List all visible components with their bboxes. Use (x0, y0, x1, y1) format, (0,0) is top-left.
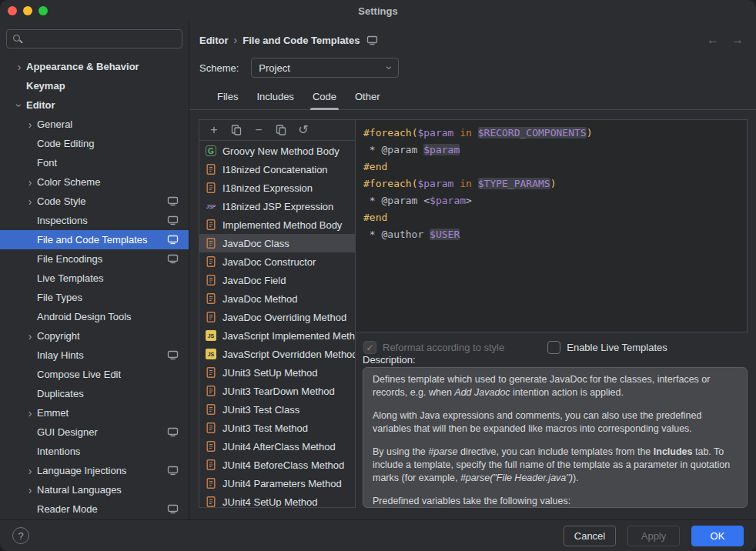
chevron-down-icon[interactable]: › (13, 99, 25, 112)
template-item-i18nized-expression[interactable]: I18nized Expression (199, 179, 355, 197)
sidebar-item-language-injections[interactable]: ›Language Injections (0, 461, 189, 480)
template-item-junit3-test-class[interactable]: JUnit3 Test Class (199, 400, 355, 419)
sidebar-item-label: Code Style (37, 195, 86, 207)
template-icon (205, 274, 217, 286)
template-item-javadoc-class[interactable]: JavaDoc Class (199, 234, 355, 252)
project-settings-icon (167, 504, 179, 514)
ok-button[interactable]: OK (691, 526, 744, 546)
template-item-label: JavaScript Overridden Method (222, 349, 355, 360)
sidebar-item-label: File and Code Templates (37, 234, 148, 245)
chevron-right-icon[interactable]: › (23, 484, 37, 496)
template-icon (205, 182, 217, 194)
template-item-i18nized-concatenation[interactable]: I18nized Concatenation (199, 160, 355, 179)
chevron-right-icon[interactable]: › (23, 176, 37, 189)
sidebar-item-copyright[interactable]: ›Copyright (0, 326, 189, 346)
template-icon (205, 237, 217, 249)
sidebar-item-inlay-hints[interactable]: Inlay Hints (0, 346, 189, 365)
sidebar-item-label: Reader Mode (37, 503, 98, 515)
sidebar-item-gui-designer[interactable]: GUI Designer (0, 422, 189, 442)
template-item-junit4-beforeclass-method[interactable]: JUnit4 BeforeClass Method (199, 456, 355, 474)
chevron-right-icon[interactable]: › (23, 119, 37, 131)
sidebar-item-duplicates[interactable]: Duplicates (0, 384, 189, 403)
template-item-junit4-afterclass-method[interactable]: JUnit4 AfterClass Method (199, 437, 355, 456)
chevron-right-icon[interactable]: › (23, 195, 37, 208)
template-item-javadoc-method[interactable]: JavaDoc Method (199, 289, 355, 308)
sidebar-item-reader-mode[interactable]: Reader Mode (0, 499, 189, 519)
sidebar-item-appearance-behavior[interactable]: ›Appearance & Behavior (0, 57, 189, 76)
tab-other[interactable]: Other (346, 88, 390, 109)
template-item-groovy-new-method-body[interactable]: GGroovy New Method Body (199, 142, 355, 160)
sidebar-item-emmet[interactable]: ›Emmet (0, 403, 189, 422)
template-item-javascript-overridden-method[interactable]: JSJavaScript Overridden Method (199, 345, 355, 363)
templates-content: +−↺ GGroovy New Method BodyI18nized Conc… (199, 119, 748, 508)
template-item-javadoc-field[interactable]: JavaDoc Field (199, 271, 355, 289)
template-item-javascript-implemented-method[interactable]: JSJavaScript Implemented Method (199, 326, 355, 345)
sidebar-item-code-editing[interactable]: Code Editing (0, 134, 189, 153)
template-item-label: JUnit4 Parameters Method (222, 478, 342, 489)
template-item-label: JavaDoc Field (222, 275, 286, 286)
sidebar-item-label: Android Design Tools (37, 311, 132, 322)
apply-button[interactable]: Apply (627, 526, 680, 546)
copy-icon[interactable] (230, 124, 243, 136)
chevron-right-icon[interactable]: › (23, 407, 37, 419)
sidebar-item-natural-languages[interactable]: ›Natural Languages (0, 480, 189, 499)
tab-files[interactable]: Files (208, 88, 247, 109)
template-icon (205, 440, 217, 452)
sidebar-item-file-types[interactable]: File Types (0, 288, 189, 307)
sidebar-item-general[interactable]: ›General (0, 115, 189, 134)
sidebar-item-label: General (37, 119, 72, 130)
sidebar-item-label: Intentions (37, 446, 80, 457)
sidebar-item-compose-live-edit[interactable]: Compose Live Edit (0, 365, 189, 384)
sidebar-item-intentions[interactable]: Intentions (0, 442, 189, 461)
scheme-row: Scheme: Project › (199, 58, 399, 78)
cancel-button[interactable]: Cancel (564, 526, 616, 546)
template-item-junit4-setup-method[interactable]: JUnit4 SetUp Method (199, 493, 355, 507)
remove-icon[interactable]: − (253, 124, 265, 136)
titlebar: Settings (0, 0, 756, 22)
sidebar-item-label: Inlay Hints (37, 349, 84, 361)
sidebar-item-editor[interactable]: ›Editor (0, 95, 189, 115)
breadcrumb-editor[interactable]: Editor (199, 35, 229, 46)
forward-button[interactable]: → (731, 33, 744, 47)
template-item-label: JavaDoc Constructor (222, 256, 316, 268)
back-button[interactable]: ← (707, 33, 719, 47)
code-line: * @param $param (363, 142, 739, 159)
chevron-right-icon[interactable]: › (23, 330, 37, 342)
help-button[interactable]: ? (12, 527, 29, 544)
enable-live-templates-checkbox[interactable]: Enable Live Templates (547, 341, 667, 354)
sidebar-item-file-encodings[interactable]: File Encodings (0, 249, 189, 269)
template-item-junit3-teardown-method[interactable]: JUnit3 TearDown Method (199, 382, 355, 400)
sidebar-item-live-templates[interactable]: Live Templates (0, 269, 189, 288)
sidebar-item-android-design-tools[interactable]: Android Design Tools (0, 307, 189, 326)
template-item-junit3-setup-method[interactable]: JUnit3 SetUp Method (199, 363, 355, 382)
dialog-footer: ? Cancel Apply OK (0, 519, 756, 551)
add-icon[interactable]: + (208, 124, 220, 136)
sidebar-item-color-scheme[interactable]: ›Color Scheme (0, 172, 189, 192)
template-icon (205, 496, 217, 507)
search-input[interactable] (28, 33, 176, 45)
template-item-javadoc-overriding-method[interactable]: JavaDoc Overriding Method (199, 308, 355, 326)
tab-includes[interactable]: Includes (247, 88, 303, 109)
reformat-checkbox[interactable]: ✓ Reformat according to style (363, 341, 504, 354)
template-item-junit3-test-method[interactable]: JUnit3 Test Method (199, 419, 355, 437)
template-item-i18nized-jsp-expression[interactable]: JSPI18nized JSP Expression (199, 197, 355, 215)
description-paragraph: Predefined variables take the following … (373, 495, 738, 508)
duplicate-icon[interactable] (275, 124, 287, 136)
sidebar-item-inspections[interactable]: Inspections (0, 211, 189, 230)
template-item-junit4-parameters-method[interactable]: JUnit4 Parameters Method (199, 474, 355, 493)
sidebar-item-keymap[interactable]: Keymap (0, 76, 189, 95)
scheme-select[interactable]: Project › (251, 58, 399, 78)
sidebar-item-font[interactable]: Font (0, 153, 189, 172)
revert-icon[interactable]: ↺ (297, 124, 309, 136)
template-item-javadoc-constructor[interactable]: JavaDoc Constructor (199, 252, 355, 271)
settings-search-box[interactable] (6, 29, 182, 48)
template-item-implemented-method-body[interactable]: Implemented Method Body (199, 215, 355, 234)
template-editor[interactable]: #foreach($param in $RECORD_COMPONENTS) *… (356, 119, 748, 332)
chevron-right-icon[interactable]: › (12, 61, 26, 73)
sidebar-item-file-and-code-templates[interactable]: File and Code Templates (0, 230, 189, 249)
description-box[interactable]: Defines template which used to generate … (363, 367, 748, 508)
sidebar-item-code-style[interactable]: ›Code Style (0, 192, 189, 211)
chevron-right-icon[interactable]: › (23, 465, 37, 477)
window-title: Settings (0, 5, 756, 17)
tab-code[interactable]: Code (303, 88, 346, 109)
